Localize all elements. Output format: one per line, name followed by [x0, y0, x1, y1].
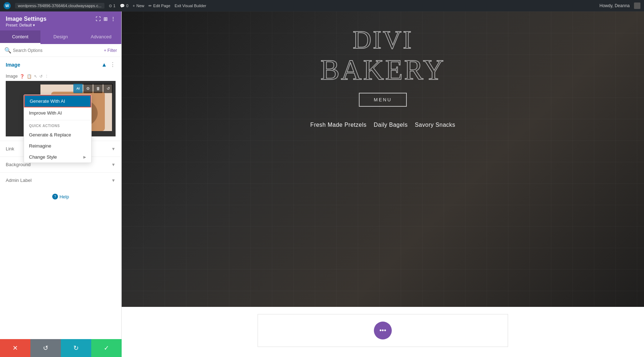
image-toolbar: AI ⚙ 🗑 ↺ — [73, 84, 113, 93]
plus-filter-icon: + — [104, 48, 106, 53]
redo-icon: ↻ — [73, 344, 79, 352]
image-field: Image ❓ 📋 ↖ ↺ ⋮ — [0, 71, 121, 141]
tab-content[interactable]: Content — [0, 30, 40, 44]
generate-with-ai-item[interactable]: Generate With AI — [24, 95, 91, 107]
bakery-title: Divi Bakery — [321, 26, 445, 86]
image-section-title: Image — [6, 62, 20, 68]
exit-builder-button[interactable]: Exit Visual Builder — [175, 4, 206, 8]
bottom-toolbar: ✕ ↺ ↻ ✓ — [0, 339, 122, 357]
help-area[interactable]: ? Help — [0, 188, 121, 205]
change-style-item[interactable]: Change Style ▶ — [24, 151, 91, 163]
save-icon: ✓ — [104, 344, 109, 352]
website-preview-area: Divi Bakery MENU Fresh Made Pretzels — [122, 11, 644, 357]
image-thumbnail-area: AI ⚙ 🗑 ↺ Generate With AI Improve With A… — [6, 81, 116, 136]
save-button[interactable]: ✓ — [91, 339, 122, 357]
panel-header: Image Settings ⛶ ⊞ ⋮ Preset: Default ▾ — [0, 11, 121, 30]
panel-title-row: Image Settings ⛶ ⊞ ⋮ — [6, 16, 116, 22]
comment-icon[interactable]: ⊙ 1 — [109, 4, 116, 8]
close-button[interactable]: ✕ — [0, 339, 30, 357]
menu-button[interactable]: MENU — [359, 93, 407, 107]
food-cards: Fresh Made Pretzels Daily Bagels Savory … — [299, 117, 466, 128]
undo-icon: ↺ — [43, 344, 48, 352]
section-controls: ▲ ⋮ — [101, 61, 116, 68]
comment-count: 1 — [113, 4, 116, 8]
generate-replace-label: Generate & Replace — [29, 132, 71, 138]
notification-icon[interactable]: 💬 0 — [120, 4, 128, 8]
purple-circle-icon: ••• — [374, 322, 392, 339]
preset-value[interactable]: Default ▾ — [19, 23, 35, 27]
settings-panel: Image Settings ⛶ ⊞ ⋮ Preset: Default ▾ C… — [0, 11, 122, 357]
expand-icon[interactable]: ⛶ — [96, 16, 101, 22]
settings-toolbar-button[interactable]: ⚙ — [83, 84, 93, 93]
search-icon: 🔍 — [4, 47, 11, 54]
pencil-icon: ✏ — [148, 4, 152, 8]
plus-icon: + — [133, 4, 135, 8]
image-field-label: Image ❓ 📋 ↖ ↺ ⋮ — [6, 74, 116, 79]
bakery-text: Bakery — [321, 54, 445, 86]
tab-advanced[interactable]: Advanced — [81, 30, 121, 44]
food-card-pretzels: Fresh Made Pretzels — [310, 117, 366, 128]
image-label-text: Image — [6, 74, 18, 79]
select-icon[interactable]: ↖ — [34, 74, 37, 79]
redo-button[interactable]: ↻ — [61, 339, 91, 357]
bubble-icon: 💬 — [120, 4, 125, 8]
more-icon[interactable]: ⋮ — [111, 16, 116, 22]
circle-icon: ⊙ — [109, 4, 112, 8]
reset-field-icon[interactable]: ↺ — [39, 74, 43, 79]
image-section-header[interactable]: Image ▲ ⋮ — [0, 57, 121, 71]
help-label: Help — [59, 194, 69, 199]
bottom-section: ••• — [122, 307, 644, 357]
admin-bar: W wordpress-784896-3766464.cloudwaysapps… — [0, 0, 644, 11]
improve-with-ai-item[interactable]: Improve With AI — [24, 107, 91, 119]
columns-icon[interactable]: ⊞ — [103, 16, 108, 22]
url-bar[interactable]: wordpress-784896-3766464.cloudwaysapps.c… — [15, 3, 104, 9]
search-input[interactable] — [13, 48, 104, 53]
notification-count: 0 — [126, 4, 128, 8]
reimagine-item[interactable]: Reimagine — [24, 140, 91, 151]
new-button[interactable]: + New — [133, 4, 144, 8]
bakery-background: Divi Bakery MENU Fresh Made Pretzels — [122, 11, 644, 357]
admin-label-chevron: ▼ — [111, 178, 116, 183]
section-more-icon[interactable]: ⋮ — [110, 61, 116, 68]
reimagine-label: Reimagine — [29, 143, 51, 149]
pretzel-label: Fresh Made Pretzels — [310, 122, 366, 128]
admin-label-section[interactable]: Admin Label ▼ — [0, 172, 121, 188]
edit-page-label: Edit Page — [153, 4, 170, 8]
new-label: New — [136, 4, 144, 8]
help-icon-circle: ? — [52, 194, 58, 199]
undo-button[interactable]: ↺ — [30, 339, 61, 357]
upload-icon[interactable]: 📋 — [27, 74, 32, 79]
change-style-label: Change Style — [29, 154, 57, 160]
menu-label: MENU — [374, 97, 392, 102]
search-bar: 🔍 + Filter — [0, 44, 121, 57]
filter-button[interactable]: + Filter — [104, 48, 117, 53]
generate-replace-item[interactable]: Generate & Replace — [24, 129, 91, 140]
panel-tabs: Content Design Advanced — [0, 30, 121, 44]
panel-content: Image ▲ ⋮ Image ❓ 📋 ↖ ↺ ⋮ — [0, 57, 121, 357]
panel-title-text: Image Settings — [6, 16, 47, 22]
delete-toolbar-button[interactable]: 🗑 — [93, 84, 103, 93]
background-chevron: ▼ — [111, 162, 116, 167]
ai-toolbar-button[interactable]: AI — [73, 84, 83, 93]
improve-ai-label: Improve With AI — [29, 110, 62, 116]
bagel-label: Daily Bagels — [374, 122, 408, 128]
admin-label-text: Admin Label — [6, 178, 31, 183]
tab-design[interactable]: Design — [40, 30, 81, 44]
main-layout: Image Settings ⛶ ⊞ ⋮ Preset: Default ▾ C… — [0, 11, 644, 357]
content-box: ••• — [258, 314, 508, 347]
panel-icons: ⛶ ⊞ ⋮ — [96, 16, 116, 22]
link-chevron: ▼ — [111, 146, 116, 151]
website-preview: Divi Bakery MENU Fresh Made Pretzels — [122, 11, 644, 357]
reset-toolbar-button[interactable]: ↺ — [103, 84, 113, 93]
edit-page-button[interactable]: ✏ Edit Page — [148, 4, 170, 8]
quick-actions-label: Quick Actions — [24, 122, 91, 129]
food-card-bagels: Daily Bagels — [374, 117, 408, 128]
snack-label: Savory Snacks — [415, 122, 455, 128]
circle-dots-icon: ••• — [380, 327, 386, 334]
user-avatar[interactable] — [634, 3, 640, 9]
generate-ai-label: Generate With AI — [30, 98, 65, 104]
help-icon[interactable]: ❓ — [20, 74, 25, 79]
collapse-icon[interactable]: ▲ — [101, 62, 107, 68]
more-field-icon[interactable]: ⋮ — [45, 74, 49, 79]
wordpress-logo[interactable]: W — [4, 2, 11, 9]
